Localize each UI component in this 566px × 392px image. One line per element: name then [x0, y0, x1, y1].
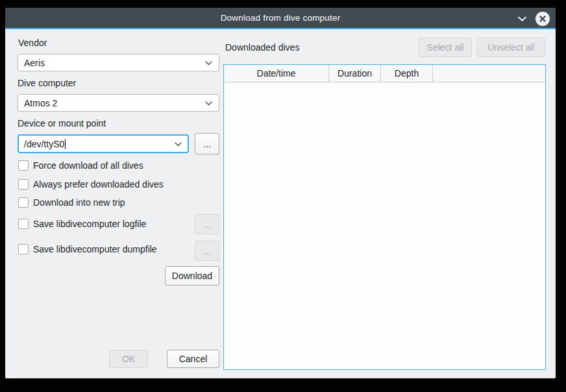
save-logfile-row[interactable]: Save libdivecomputer logfile	[18, 218, 146, 230]
column-header-empty[interactable]	[433, 65, 545, 82]
table-header: Date/time Duration Depth	[224, 65, 545, 82]
chevron-down-icon	[204, 58, 213, 68]
force-download-label: Force download of all dives	[33, 160, 143, 171]
ok-button[interactable]: OK	[109, 350, 148, 368]
vendor-select[interactable]: Aeris	[18, 54, 219, 71]
text-cursor	[65, 139, 66, 149]
new-trip-row[interactable]: Download into new trip	[18, 197, 125, 208]
downloaded-dives-title: Downloaded dives	[225, 42, 299, 53]
logfile-browse-button[interactable]: ...	[195, 214, 219, 234]
device-value: /dev/ttyS0	[24, 139, 66, 149]
save-logfile-checkbox[interactable]	[18, 219, 29, 229]
window-title: Download from dive computer	[221, 13, 341, 23]
force-download-checkbox[interactable]	[18, 160, 29, 171]
table-body[interactable]	[224, 82, 545, 369]
titlebar[interactable]: Download from dive computer	[5, 8, 556, 29]
prefer-downloaded-row[interactable]: Always prefer downloaded dives	[18, 178, 164, 190]
chevron-down-icon	[174, 139, 182, 149]
device-input[interactable]: /dev/ttyS0	[18, 134, 189, 153]
save-dumpfile-label: Save libdivecomputer dumpfile	[33, 244, 157, 254]
device-browse-button[interactable]: ...	[195, 133, 219, 154]
chevron-down-icon	[204, 98, 213, 108]
save-logfile-label: Save libdivecomputer logfile	[33, 219, 146, 229]
save-dumpfile-checkbox[interactable]	[18, 244, 29, 254]
dive-computer-label: Dive computer	[18, 78, 76, 88]
cancel-button[interactable]: Cancel	[167, 350, 219, 368]
downloaded-dives-table[interactable]: Date/time Duration Depth	[223, 64, 546, 370]
vendor-value: Aeris	[24, 58, 45, 68]
select-all-button[interactable]: Select all	[419, 38, 472, 57]
new-trip-checkbox[interactable]	[18, 197, 29, 208]
device-label: Device or mount point	[18, 118, 106, 129]
chevron-down-icon[interactable]	[517, 16, 527, 22]
dumpfile-browse-button[interactable]: ...	[195, 241, 219, 261]
download-dialog: Download from dive computer Vendor Aeris…	[5, 8, 556, 378]
new-trip-label: Download into new trip	[33, 197, 125, 208]
dive-computer-value: Atmos 2	[24, 98, 57, 108]
dive-computer-select[interactable]: Atmos 2	[18, 94, 219, 112]
close-icon	[539, 15, 547, 23]
download-button[interactable]: Download	[165, 266, 219, 286]
force-download-row[interactable]: Force download of all dives	[18, 160, 143, 171]
column-header-depth[interactable]: Depth	[381, 65, 433, 82]
vendor-label: Vendor	[18, 38, 47, 48]
close-button[interactable]	[535, 12, 550, 26]
column-header-duration[interactable]: Duration	[329, 65, 381, 82]
prefer-downloaded-checkbox[interactable]	[18, 179, 29, 190]
save-dumpfile-row[interactable]: Save libdivecomputer dumpfile	[18, 243, 157, 255]
unselect-all-button[interactable]: Unselect all	[477, 38, 545, 57]
prefer-downloaded-label: Always prefer downloaded dives	[33, 179, 164, 190]
column-header-date-time[interactable]: Date/time	[224, 65, 329, 82]
